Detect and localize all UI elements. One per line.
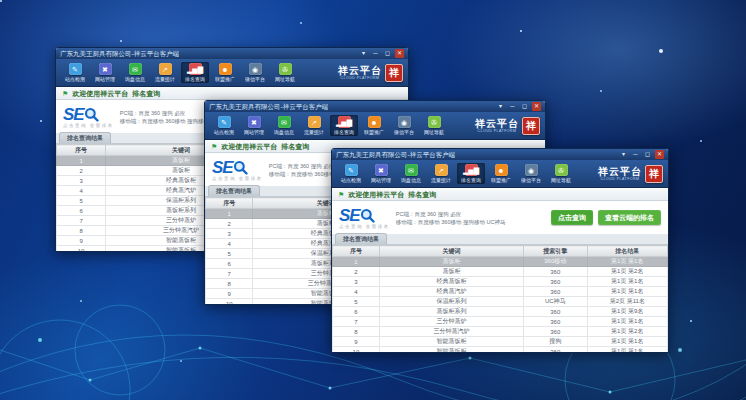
流量统计-icon: ↗ [159,63,172,75]
title-bar[interactable]: 广东九美王厨具有限公司-祥云平台客户端 ▾ ─ ◻ ✕ [56,48,408,59]
cell-seq: 9 [206,289,253,299]
title-bar[interactable]: 广东九美王厨具有限公司-祥云平台客户端 ▾ ─ ◻ ✕ [332,149,668,160]
table-row[interactable]: 1 蒸饭柜 360移动 第1页 第1名 [333,257,668,267]
toolbar-item-网址导航[interactable]: ✇ 网址导航 [271,62,299,83]
skin-button[interactable]: ▾ [619,150,628,159]
table-row[interactable]: 10 智能蒸饭柜 360 第1页 第1名 [333,347,668,353]
toolbar-item-流量统计[interactable]: ↗ 流量统计 [151,62,179,83]
cell-seq: 8 [333,327,380,337]
toolbar-item-联盟推广[interactable]: ☻ 联盟推广 [360,115,388,136]
toolbar-item-排名查询[interactable]: ▂▅▇ 排名查询 [457,163,485,184]
toolbar-item-站点检测[interactable]: ✎ 站点检测 [210,115,238,136]
brand-logo: 祥云平台 CLOUD PLATFORM 祥 [338,64,403,82]
maximize-button[interactable]: ◻ [643,150,652,159]
seo-logo: SE 点击查询 全面排名 [63,106,114,128]
window-title: 广东九美王厨具有限公司-祥云平台客户端 [209,101,328,112]
table-row[interactable]: 5 保温柜系列 UC神马 第2页 第11名 [333,297,668,307]
cell-keyword: 经典蒸汽炉 [379,287,523,297]
tab-rank-results[interactable]: 排名查询结果 [59,132,111,143]
cell-rank: 第1页 第1名 [587,337,667,347]
cell-seq: 8 [206,279,253,289]
minimize-button[interactable]: ─ [371,49,380,58]
main-toolbar: ✎ 站点检测 ✖ 网站管理 ✉ 询盘信息 ↗ 流量统计 ▂▅▇ 排名查询 ☻ 联… [205,112,545,140]
toolbar-items: ✎ 站点检测 ✖ 网站管理 ✉ 询盘信息 ↗ 流量统计 ▂▅▇ 排名查询 ☻ 联… [210,115,450,136]
cell-keyword: 三分钟蒸炉 [379,317,523,327]
toolbar-item-微信平台[interactable]: ◉ 微信平台 [241,62,269,83]
cell-seq: 9 [57,236,106,246]
toolbar-item-微信平台[interactable]: ◉ 微信平台 [517,163,545,184]
flag-icon: ⚑ [62,90,68,97]
section-title: 排名查询 [408,191,436,198]
toolbar-item-排名查询[interactable]: ▂▅▇ 排名查询 [181,62,209,83]
cell-seq: 2 [333,267,380,277]
cell-seq: 1 [333,257,380,267]
close-button[interactable]: ✕ [655,150,664,159]
minimize-button[interactable]: ─ [631,150,640,159]
pc-engines-line: PC端：百度 360 搜狗 必应 [396,211,506,217]
brand-subtitle: CLOUD PLATFORM [477,129,516,133]
toolbar-item-网址导航[interactable]: ✇ 网址导航 [547,163,575,184]
toolbar-item-联盟推广[interactable]: ☻ 联盟推广 [487,163,515,184]
seo-slogan: 点击查询 全面排名 [212,176,263,181]
cell-rank: 第1页 第1名 [587,257,667,267]
toolbar-item-流量统计[interactable]: ↗ 流量统计 [427,163,455,184]
table-row[interactable]: 9 智能蒸饭柜 搜狗 第1页 第1名 [333,337,668,347]
cell-engine: 360 [523,307,587,317]
brand-subtitle: CLOUD PLATFORM [340,76,379,80]
skin-button[interactable]: ▾ [496,102,505,111]
close-button[interactable]: ✕ [532,102,541,111]
title-bar[interactable]: 广东九美王厨具有限公司-祥云平台客户端 ▾ ─ ◻ ✕ [205,101,545,112]
toolbar-item-排名查询[interactable]: ▂▅▇ 排名查询 [330,115,358,136]
window-controls: ▾ ─ ◻ ✕ [359,49,404,58]
cell-rank: 第1页 第1名 [587,347,667,353]
cell-seq: 7 [57,216,106,226]
流量统计-icon: ↗ [308,116,321,128]
站点检测-icon: ✎ [345,164,358,176]
maximize-button[interactable]: ◻ [383,49,392,58]
minimize-button[interactable]: ─ [508,102,517,111]
toolbar-item-询盘信息[interactable]: ✉ 询盘信息 [121,62,149,83]
seo-logo: SE 点击查询 全面排名 [212,159,263,181]
cell-seq: 4 [206,239,253,249]
view-cloud-rank-button[interactable]: 查看云端的排名 [598,210,661,225]
cell-seq: 3 [333,277,380,287]
cell-seq: 5 [57,196,106,206]
main-toolbar: ✎ 站点检测 ✖ 网站管理 ✉ 询盘信息 ↗ 流量统计 ▂▅▇ 排名查询 ☻ 联… [332,160,668,188]
toolbar-item-网站管理[interactable]: ✖ 网站管理 [240,115,268,136]
section-title: 排名查询 [132,90,160,97]
cell-seq: 6 [57,206,106,216]
table-row[interactable]: 7 三分钟蒸炉 360 第1页 第1名 [333,317,668,327]
table-row[interactable]: 4 经典蒸汽炉 360 第1页 第1名 [333,287,668,297]
cell-rank: 第2页 第11名 [587,297,667,307]
table-row[interactable]: 2 蒸饭柜 360 第1页 第2名 [333,267,668,277]
window-controls: ▾ ─ ◻ ✕ [496,102,541,111]
table-row[interactable]: 3 经典蒸饭柜 360 第1页 第1名 [333,277,668,287]
skin-button[interactable]: ▾ [359,49,368,58]
cell-keyword: 蒸饭柜 [379,257,523,267]
toolbar-item-联盟推广[interactable]: ☻ 联盟推广 [211,62,239,83]
toolbar-item-站点检测[interactable]: ✎ 站点检测 [337,163,365,184]
close-button[interactable]: ✕ [395,49,404,58]
window-controls: ▾ ─ ◻ ✕ [619,150,664,159]
网站管理-icon: ✖ [99,63,112,75]
tab-rank-results[interactable]: 排名查询结果 [335,233,387,244]
cell-seq: 5 [206,249,253,259]
query-button[interactable]: 点击查询 [551,210,593,225]
cell-seq: 6 [206,259,253,269]
toolbar-item-询盘信息[interactable]: ✉ 询盘信息 [270,115,298,136]
table-row[interactable]: 8 三分钟蒸汽炉 360 第1页 第2名 [333,327,668,337]
maximize-button[interactable]: ◻ [520,102,529,111]
toolbar-item-网站管理[interactable]: ✖ 网站管理 [367,163,395,184]
tab-rank-results[interactable]: 排名查询结果 [208,185,260,196]
toolbar-item-微信平台[interactable]: ◉ 微信平台 [390,115,418,136]
header-seq: 序号 [206,198,253,209]
cell-seq: 2 [206,219,253,229]
toolbar-item-询盘信息[interactable]: ✉ 询盘信息 [397,163,425,184]
table-row[interactable]: 6 蒸饭柜系列 360 第1页 第9名 [333,307,668,317]
toolbar-item-流量统计[interactable]: ↗ 流量统计 [300,115,328,136]
toolbar-item-站点检测[interactable]: ✎ 站点检测 [61,62,89,83]
toolbar-item-网站管理[interactable]: ✖ 网站管理 [91,62,119,83]
toolbar-item-网址导航[interactable]: ✇ 网址导航 [420,115,448,136]
header-keyword: 关键词 [379,246,523,257]
cell-engine: 360 [523,347,587,353]
